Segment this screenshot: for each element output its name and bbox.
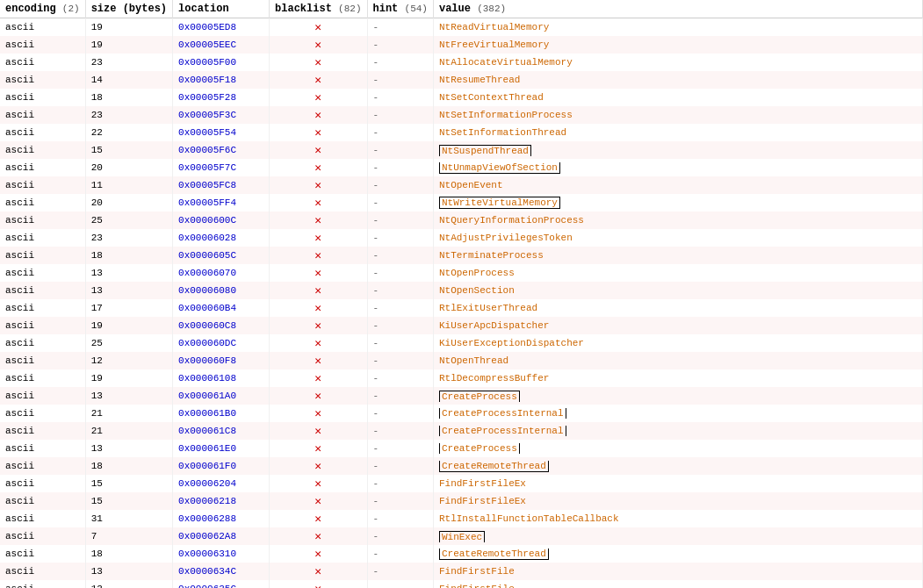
cell-location: 0x0000634C <box>173 563 270 580</box>
cell-value[interactable]: FindFirstFile <box>433 563 922 580</box>
table-row: ascii170x000060B4✕-RtlExitUserThread <box>0 299 923 317</box>
cell-blacklist: ✕ <box>270 352 367 369</box>
th-value: value (382) <box>433 0 922 18</box>
value-link[interactable]: CreateRemoteThread <box>442 461 546 471</box>
value-link[interactable]: CreateProcessInternal <box>442 408 564 419</box>
cell-blacklist: ✕ <box>270 580 367 588</box>
cell-value[interactable]: RtlInstallFunctionTableCallback <box>433 510 922 527</box>
cell-value[interactable]: NtAdjustPrivilegesToken <box>433 229 922 247</box>
cell-encoding: ascii <box>0 229 85 247</box>
cell-location: 0x00006028 <box>173 229 270 247</box>
value-link[interactable]: NtOpenEvent <box>439 180 503 190</box>
cell-value[interactable]: NtReadVirtualMemory <box>433 18 922 37</box>
cell-value[interactable]: NtResumeThread <box>433 71 922 89</box>
th-blacklist: blacklist (82) <box>270 0 367 18</box>
value-link[interactable]: NtAllocateVirtualMemory <box>439 57 573 68</box>
cell-value[interactable]: NtOpenSection <box>433 282 922 299</box>
table-row: ascii180x00006310✕-CreateRemoteThread <box>0 545 923 563</box>
table-row: ascii230x00006028✕-NtAdjustPrivilegesTok… <box>0 229 923 247</box>
cell-value[interactable]: CreateProcessInternal <box>433 422 922 440</box>
cell-value[interactable]: NtUnmapViewOfSection <box>433 159 922 176</box>
cell-hint: - <box>367 317 433 334</box>
cell-value[interactable]: CreateProcessInternal <box>433 405 922 422</box>
cell-value[interactable]: NtTerminateProcess <box>433 247 922 264</box>
value-link[interactable]: FindFirstFileEx <box>439 478 526 489</box>
cell-location: 0x000061F0 <box>173 457 270 475</box>
value-link[interactable]: CreateProcessInternal <box>442 426 564 436</box>
cell-value[interactable]: NtQueryInformationProcess <box>433 212 922 229</box>
value-link[interactable]: CreateRemoteThread <box>442 549 546 559</box>
cell-hint: - <box>367 510 433 527</box>
cell-blacklist: ✕ <box>270 194 367 212</box>
cell-value[interactable]: FindFirstFile <box>433 580 922 588</box>
cell-value[interactable]: RtlExitUserThread <box>433 299 922 317</box>
cell-size: 13 <box>85 440 172 457</box>
cell-value[interactable]: CreateProcess <box>433 387 922 405</box>
value-link[interactable]: NtSuspendThread <box>442 146 529 156</box>
cell-location: 0x000060B4 <box>173 299 270 317</box>
value-link[interactable]: FindFirstFile <box>439 566 515 577</box>
value-link[interactable]: NtUnmapViewOfSection <box>442 162 558 173</box>
cell-value[interactable]: FindFirstFileEx <box>433 475 922 492</box>
value-link[interactable]: NtWriteVirtualMemory <box>442 197 558 208</box>
cell-size: 25 <box>85 334 172 352</box>
value-link[interactable]: NtTerminateProcess <box>439 250 544 261</box>
cell-value[interactable]: NtSetInformationThread <box>433 124 922 141</box>
cell-value[interactable]: CreateProcess <box>433 440 922 457</box>
cell-hint: - <box>367 405 433 422</box>
cell-size: 23 <box>85 106 172 124</box>
value-link[interactable]: NtSetInformationProcess <box>439 110 573 120</box>
cell-value[interactable]: RtlDecompressBuffer <box>433 369 922 387</box>
cell-blacklist: ✕ <box>270 229 367 247</box>
cell-hint: - <box>367 545 433 563</box>
cell-value[interactable]: KiUserExceptionDispatcher <box>433 334 922 352</box>
cell-value[interactable]: NtWriteVirtualMemory <box>433 194 922 212</box>
cell-value[interactable]: NtOpenEvent <box>433 176 922 194</box>
value-link[interactable]: RtlDecompressBuffer <box>439 373 549 384</box>
cell-blacklist: ✕ <box>270 317 367 334</box>
cell-value[interactable]: NtFreeVirtualMemory <box>433 36 922 54</box>
value-link[interactable]: NtReadVirtualMemory <box>439 22 549 32</box>
value-link[interactable]: NtQueryInformationProcess <box>439 215 584 226</box>
cell-value[interactable]: WinExec <box>433 527 922 545</box>
cell-value[interactable]: KiUserApcDispatcher <box>433 317 922 334</box>
value-link[interactable]: KiUserApcDispatcher <box>439 320 549 331</box>
value-link[interactable]: NtSetContextThread <box>439 92 544 103</box>
value-link[interactable]: KiUserExceptionDispatcher <box>439 338 584 348</box>
cell-value[interactable]: NtSetInformationProcess <box>433 106 922 124</box>
cell-blacklist: ✕ <box>270 247 367 264</box>
cell-hint: - <box>367 71 433 89</box>
cell-value[interactable]: CreateRemoteThread <box>433 457 922 475</box>
value-link[interactable]: CreateProcess <box>442 443 517 454</box>
cell-hint: - <box>367 475 433 492</box>
cell-blacklist: ✕ <box>270 282 367 299</box>
table-row: ascii250x000060DC✕-KiUserExceptionDispat… <box>0 334 923 352</box>
cell-location: 0x000061C8 <box>173 422 270 440</box>
value-link[interactable]: NtOpenSection <box>439 285 515 296</box>
value-link[interactable]: FindFirstFile <box>439 584 515 588</box>
cell-value[interactable]: NtSuspendThread <box>433 141 922 159</box>
cell-blacklist: ✕ <box>270 264 367 282</box>
value-link[interactable]: NtSetInformationThread <box>439 127 566 138</box>
cell-blacklist: ✕ <box>270 106 367 124</box>
cell-blacklist: ✕ <box>270 334 367 352</box>
value-link[interactable]: RtlInstallFunctionTableCallback <box>439 513 619 524</box>
cell-value[interactable]: NtOpenProcess <box>433 264 922 282</box>
value-link[interactable]: NtOpenProcess <box>439 268 515 278</box>
cell-value[interactable]: NtOpenThread <box>433 352 922 369</box>
cell-size: 19 <box>85 317 172 334</box>
cell-hint: - <box>367 563 433 580</box>
cell-value[interactable]: NtSetContextThread <box>433 89 922 106</box>
value-link[interactable]: NtResumeThread <box>439 75 520 85</box>
cell-location: 0x000062A8 <box>173 527 270 545</box>
value-link[interactable]: FindFirstFileEx <box>439 496 526 506</box>
value-link[interactable]: NtFreeVirtualMemory <box>439 39 549 50</box>
cell-value[interactable]: FindFirstFileEx <box>433 492 922 510</box>
cell-value[interactable]: NtAllocateVirtualMemory <box>433 54 922 71</box>
value-link[interactable]: NtAdjustPrivilegesToken <box>439 233 573 243</box>
value-link[interactable]: NtOpenThread <box>439 355 508 366</box>
value-link[interactable]: CreateProcess <box>442 391 517 402</box>
cell-value[interactable]: CreateRemoteThread <box>433 545 922 563</box>
value-link[interactable]: WinExec <box>442 532 482 542</box>
value-link[interactable]: RtlExitUserThread <box>439 303 537 313</box>
